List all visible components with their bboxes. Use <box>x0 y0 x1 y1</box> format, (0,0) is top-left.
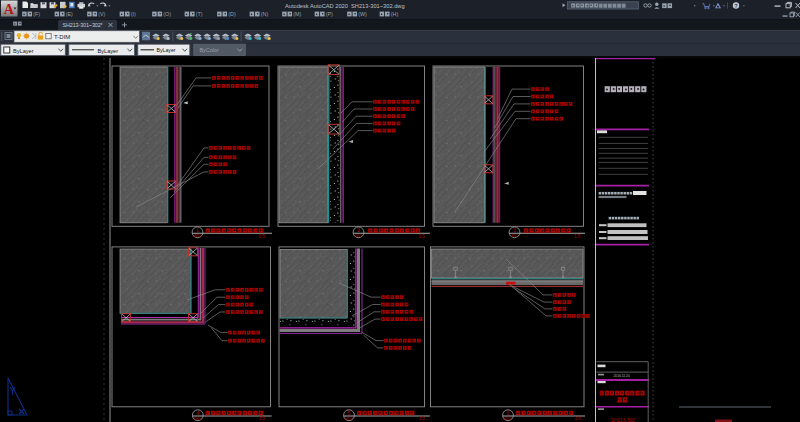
svg-text:(T): (T) <box>196 11 203 17</box>
svg-text:SH213-301~302*: SH213-301~302* <box>63 22 104 28</box>
svg-text:(H): (H) <box>391 11 399 17</box>
svg-text:W02: W02 <box>194 417 201 421</box>
svg-text:(M): (M) <box>293 11 301 17</box>
svg-text:(N): (N) <box>261 11 269 17</box>
svg-text:(W): (W) <box>358 11 367 17</box>
svg-text:A: A <box>4 2 15 17</box>
svg-text:W02: W02 <box>345 417 352 421</box>
svg-text:SH213-302: SH213-302 <box>611 417 635 422</box>
svg-text:ByLayer: ByLayer <box>13 48 34 54</box>
svg-text:2016.11.20: 2016.11.20 <box>614 374 630 378</box>
svg-text:ByColor: ByColor <box>200 47 219 53</box>
svg-text:1:5: 1:5 <box>575 416 582 421</box>
svg-text:(D): (D) <box>228 11 236 17</box>
svg-text:W02: W02 <box>504 417 511 421</box>
svg-text:ByLayer: ByLayer <box>157 47 176 53</box>
svg-text:SH213-301~302.dwg: SH213-301~302.dwg <box>351 3 405 9</box>
svg-text:T-DIM: T-DIM <box>54 34 70 40</box>
svg-text:Autodesk AutoCAD 2020: Autodesk AutoCAD 2020 <box>285 3 348 9</box>
svg-text:(O): (O) <box>163 11 171 17</box>
svg-text:1:5: 1:5 <box>259 234 266 239</box>
svg-text:1:5: 1:5 <box>574 234 581 239</box>
svg-text:1:5: 1:5 <box>259 416 266 421</box>
svg-text:4: 4 <box>196 410 199 416</box>
svg-text:W02: W02 <box>194 234 201 238</box>
svg-text:6: 6 <box>506 410 509 416</box>
svg-text:(E): (E) <box>66 11 73 17</box>
svg-text:2: 2 <box>357 227 360 233</box>
svg-text:3: 3 <box>513 227 516 233</box>
svg-text:1: 1 <box>196 227 199 233</box>
svg-text:W02: W02 <box>511 234 518 238</box>
svg-text:(V): (V) <box>98 11 105 17</box>
svg-text:(P): (P) <box>326 11 333 17</box>
svg-text:ByLayer: ByLayer <box>98 48 119 54</box>
svg-text:?: ? <box>734 3 738 9</box>
svg-text:5: 5 <box>347 410 350 416</box>
svg-text:W02: W02 <box>355 234 362 238</box>
svg-text:(F): (F) <box>33 11 40 17</box>
svg-text:1:5: 1:5 <box>419 416 426 421</box>
svg-text:(I): (I) <box>131 11 136 17</box>
svg-text:1:5: 1:5 <box>419 234 426 239</box>
